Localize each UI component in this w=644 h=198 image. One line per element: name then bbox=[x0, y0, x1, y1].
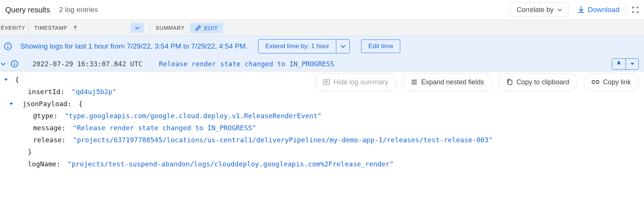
pencil-icon bbox=[195, 25, 201, 31]
json-key-message[interactable]: message bbox=[33, 124, 62, 132]
timestamp-dropdown-button[interactable] bbox=[131, 23, 144, 33]
column-header-timestamp[interactable]: TIMESTAMP bbox=[34, 25, 78, 31]
copy-clipboard-button[interactable]: Copy to clipboard bbox=[499, 73, 577, 91]
pin-button[interactable] bbox=[612, 59, 626, 69]
column-divider bbox=[28, 20, 28, 36]
caret-down-icon bbox=[630, 63, 634, 65]
json-key-jsonpayload[interactable]: jsonPayload bbox=[23, 100, 67, 108]
link-icon bbox=[592, 80, 599, 84]
pin-dropdown-button[interactable] bbox=[626, 59, 638, 69]
svg-rect-5 bbox=[508, 80, 512, 85]
chevron-down-icon bbox=[340, 45, 346, 48]
column-header-severity[interactable]: EVERITY bbox=[0, 25, 28, 31]
extend-time-label: Extend time by: 1 hour bbox=[258, 40, 336, 53]
json-value-insertid[interactable]: "qd4uj5b2p" bbox=[71, 88, 116, 96]
divider bbox=[626, 4, 626, 16]
expand-log-button[interactable] bbox=[0, 62, 8, 65]
json-key-release[interactable]: release bbox=[33, 136, 62, 144]
json-brace-open: { bbox=[79, 100, 83, 108]
json-value-logname[interactable]: "projects/test-suspend-abandon/logs/clou… bbox=[68, 160, 394, 168]
pin-icon bbox=[616, 61, 621, 67]
json-key-insertid[interactable]: insertId bbox=[28, 88, 61, 96]
column-header-summary: SUMMARY bbox=[156, 25, 185, 31]
download-icon bbox=[577, 6, 585, 14]
json-value-message[interactable]: "Release render state changed to IN_PROG… bbox=[73, 124, 257, 132]
hide-log-label: Hide log summary bbox=[334, 76, 388, 88]
caret-down-icon bbox=[135, 27, 140, 29]
json-key-logname[interactable]: logName bbox=[28, 160, 56, 168]
copy-link-button[interactable]: Copy link bbox=[584, 73, 639, 91]
edit-time-button[interactable]: Edit time bbox=[361, 40, 400, 53]
json-value-release[interactable]: "projects/637197788545/locations/us-cent… bbox=[73, 136, 493, 144]
download-label: Download bbox=[588, 6, 620, 14]
expand-nested-label: Expand nested fields bbox=[421, 76, 484, 88]
edit-label: EDIT bbox=[204, 25, 218, 31]
expand-icon bbox=[411, 79, 418, 85]
fullscreen-icon[interactable] bbox=[632, 6, 639, 13]
text-box-icon bbox=[323, 79, 330, 85]
results-count: 2 log entries bbox=[59, 6, 510, 14]
json-value-attype[interactable]: "type.googleapis.com/google.cloud.deploy… bbox=[65, 112, 322, 120]
edit-summary-button[interactable]: EDIT bbox=[190, 23, 223, 33]
svg-point-1 bbox=[8, 44, 9, 46]
chevron-down-icon bbox=[1, 62, 6, 65]
extend-time-button[interactable]: Extend time by: 1 hour bbox=[258, 39, 350, 53]
timestamp-label: TIMESTAMP bbox=[34, 25, 67, 31]
extend-time-dropdown[interactable] bbox=[336, 40, 349, 53]
info-icon bbox=[0, 42, 20, 50]
copy-clipboard-label: Copy to clipboard bbox=[516, 76, 569, 88]
hide-log-summary-button[interactable]: Hide log summary bbox=[315, 73, 396, 91]
collapse-toggle[interactable] bbox=[8, 103, 15, 105]
correlate-by-dropdown[interactable]: Correlate by bbox=[510, 2, 568, 17]
json-brace-close: } bbox=[10, 146, 32, 158]
collapse-toggle[interactable] bbox=[2, 79, 10, 81]
json-key-attype[interactable]: @type bbox=[33, 112, 53, 120]
severity-info-icon[interactable] bbox=[8, 60, 20, 68]
caret-down-icon bbox=[557, 9, 562, 11]
caret-down-icon bbox=[4, 79, 8, 81]
clipboard-icon bbox=[507, 79, 513, 85]
json-brace-open: { bbox=[10, 74, 19, 86]
svg-point-3 bbox=[14, 62, 15, 62]
correlate-label: Correlate by bbox=[516, 6, 553, 14]
download-button[interactable]: Download bbox=[577, 6, 620, 14]
page-title: Query results bbox=[5, 6, 50, 14]
sort-ascending-icon bbox=[73, 25, 78, 30]
log-summary-text: Release render state changed to IN_PROGR… bbox=[159, 60, 612, 68]
time-range-text: Showing logs for last 1 hour from 7/29/2… bbox=[20, 42, 248, 50]
caret-down-icon bbox=[9, 103, 13, 105]
copy-link-label: Copy link bbox=[603, 76, 631, 88]
log-timestamp: 2022-07-29 16:33:07.842 UTC bbox=[32, 60, 143, 68]
column-divider bbox=[149, 20, 150, 36]
expand-nested-button[interactable]: Expand nested fields bbox=[403, 73, 492, 91]
